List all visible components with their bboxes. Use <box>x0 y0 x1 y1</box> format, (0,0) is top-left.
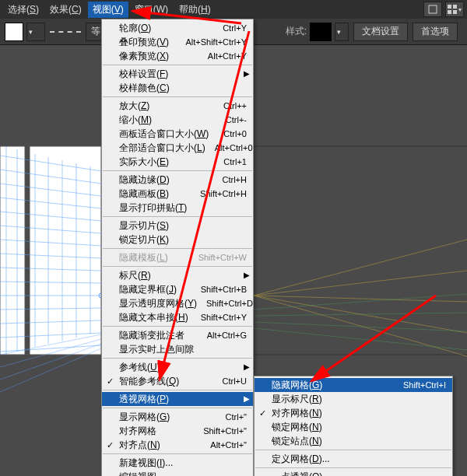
view-menu: 轮廓(O)Ctrl+Y叠印预览(V)Alt+Shift+Ctrl+Y像素预览(X… <box>101 19 254 476</box>
menu-item[interactable]: 显示切片(S) <box>102 219 253 233</box>
stroke-dash-preview <box>50 31 81 33</box>
svg-line-31 <box>254 296 467 302</box>
menu-item[interactable]: 隐藏定界框(J)Shift+Ctrl+B <box>102 282 253 296</box>
submenu-item[interactable]: 锁定网格(N) <box>255 420 452 434</box>
menu-item[interactable]: 隐藏边缘(D)Ctrl+H <box>102 173 253 187</box>
fill-swatch[interactable] <box>5 23 23 41</box>
submenu-item[interactable]: 一点透视(O) <box>255 470 452 476</box>
svg-rect-1 <box>30 146 101 355</box>
menu-help[interactable]: 帮助(H) <box>174 2 216 18</box>
menu-item[interactable]: 显示打印拼贴(T) <box>102 201 253 215</box>
menubar-icon-file[interactable] <box>423 2 442 17</box>
svg-rect-42 <box>448 10 451 14</box>
svg-line-29 <box>254 240 467 296</box>
svg-line-33 <box>254 296 467 356</box>
svg-line-37 <box>254 328 467 350</box>
menubar: 选择(S)效果(C)视图(V)窗口(W)帮助(H) ▾ <box>0 0 467 19</box>
menu-effect[interactable]: 效果(C) <box>45 2 86 18</box>
svg-line-4 <box>0 170 101 184</box>
svg-rect-40 <box>448 5 451 9</box>
svg-line-34 <box>254 294 467 310</box>
document-setup-button[interactable]: 文档设置 <box>353 23 408 41</box>
menu-item[interactable]: 隐藏画板(B)Shift+Ctrl+H <box>102 187 253 201</box>
style-swatch[interactable] <box>310 23 332 41</box>
menu-item[interactable]: 实际大小(E)Ctrl+1 <box>102 155 253 169</box>
svg-line-26 <box>0 339 101 367</box>
perspective-grid-submenu: 隐藏网格(G)Shift+Ctrl+I显示标尺(R)✓对齐网格(N)锁定网格(N… <box>254 376 453 476</box>
svg-line-25 <box>0 334 101 355</box>
svg-line-32 <box>254 296 467 333</box>
stroke-weight-dropdown[interactable]: ▾ <box>26 23 45 41</box>
preferences-button[interactable]: 首选项 <box>413 23 458 41</box>
menu-item[interactable]: 新建视图(I)... <box>102 456 253 470</box>
menu-item[interactable]: 缩小(M)Ctrl+- <box>102 113 253 127</box>
menu-item[interactable]: 显示透明度网格(Y)Shift+Ctrl+D <box>102 296 253 310</box>
menu-item[interactable]: 隐藏文本串接(H)Shift+Ctrl+Y <box>102 310 253 324</box>
svg-line-11 <box>0 268 101 271</box>
svg-line-16 <box>0 333 101 338</box>
menu-select[interactable]: 选择(S) <box>3 2 44 18</box>
menu-item[interactable]: 标尺(R)▶ <box>102 268 253 282</box>
menu-item[interactable]: 锁定切片(K) <box>102 233 253 247</box>
menu-item[interactable]: 校样颜色(C) <box>102 81 253 95</box>
menubar-icon-grid[interactable]: ▾ <box>445 2 464 17</box>
menu-item[interactable]: 叠印预览(V)Alt+Shift+Ctrl+Y <box>102 35 253 49</box>
svg-rect-41 <box>453 5 457 9</box>
svg-line-10 <box>0 254 101 258</box>
menu-item: 隐藏模板(L)Shift+Ctrl+W <box>102 250 253 264</box>
svg-line-5 <box>0 184 101 196</box>
svg-line-35 <box>254 313 467 316</box>
svg-line-27 <box>0 344 101 380</box>
menu-item[interactable]: ✓智能参考线(Q)Ctrl+U <box>102 374 253 388</box>
menu-item[interactable]: 校样设置(F)▶ <box>102 67 253 81</box>
menu-item[interactable]: 参考线(U)▶ <box>102 360 253 374</box>
menu-view[interactable]: 视图(V) <box>88 2 128 18</box>
submenu-item[interactable]: 锁定站点(N) <box>255 434 452 448</box>
submenu-item[interactable]: 显示标尺(R) <box>255 392 452 406</box>
svg-rect-0 <box>0 146 25 355</box>
menu-item[interactable]: 透视网格(P)▶ <box>102 392 253 406</box>
svg-line-30 <box>254 271 467 296</box>
menu-item[interactable]: 显示实时上色间隙 <box>102 342 253 356</box>
style-dropdown[interactable]: ▾ <box>335 23 349 41</box>
svg-line-6 <box>0 198 101 208</box>
menu-item[interactable]: 像素预览(X)Alt+Ctrl+Y <box>102 49 253 63</box>
submenu-item[interactable]: 定义网格(D)... <box>255 452 452 466</box>
menu-item[interactable]: 放大(Z)Ctrl++ <box>102 99 253 113</box>
svg-line-15 <box>0 320 101 324</box>
svg-line-9 <box>0 240 101 246</box>
menu-item[interactable]: 全部适合窗口大小(L)Alt+Ctrl+0 <box>102 141 253 155</box>
svg-line-12 <box>0 282 101 283</box>
svg-line-36 <box>254 322 467 331</box>
submenu-item[interactable]: ✓对齐网格(N) <box>255 406 452 420</box>
menu-item[interactable]: 隐藏渐变批注者Alt+Ctrl+G <box>102 328 253 342</box>
submenu-item[interactable]: 隐藏网格(G)Shift+Ctrl+I <box>255 378 452 392</box>
svg-rect-2 <box>253 146 467 355</box>
svg-line-8 <box>0 226 101 233</box>
svg-line-46 <box>311 296 436 381</box>
svg-line-28 <box>0 348 101 392</box>
menu-item[interactable]: 轮廓(O)Ctrl+Y <box>102 21 253 35</box>
menu-item[interactable]: 对齐网格Shift+Ctrl+" <box>102 424 253 438</box>
svg-line-14 <box>0 308 101 310</box>
svg-line-3 <box>0 156 101 171</box>
style-label: 样式: <box>286 25 307 38</box>
menu-item[interactable]: 编辑视图... <box>102 470 253 476</box>
svg-line-17 <box>0 345 101 352</box>
svg-line-7 <box>0 212 101 221</box>
menu-item[interactable]: 显示网格(G)Ctrl+" <box>102 410 253 424</box>
menu-item[interactable]: ✓对齐点(N)Alt+Ctrl+" <box>102 438 253 452</box>
svg-rect-43 <box>453 10 457 14</box>
menu-item[interactable]: 画板适合窗口大小(W)Ctrl+0 <box>102 127 253 141</box>
svg-rect-39 <box>429 5 437 13</box>
menu-window[interactable]: 窗口(W) <box>130 2 173 18</box>
